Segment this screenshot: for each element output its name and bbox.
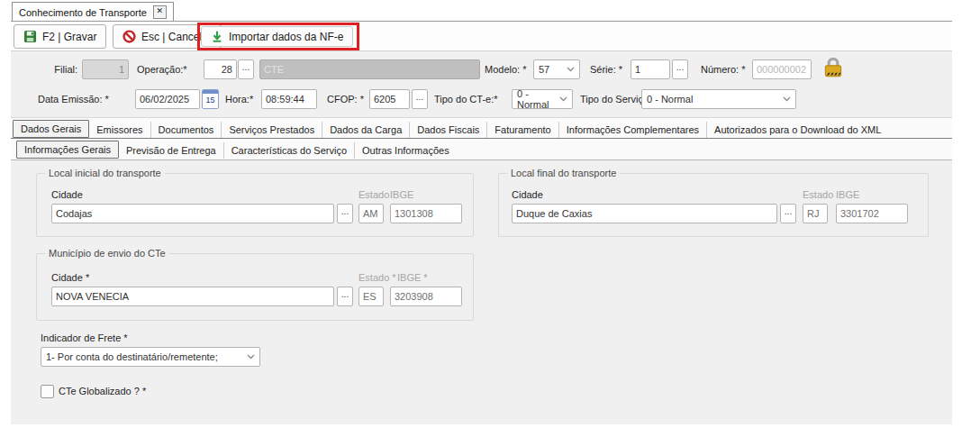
ibge-final-field[interactable]: 3301702 xyxy=(836,204,908,223)
serie-field[interactable]: 1 xyxy=(631,59,670,79)
cte-globalizado-label: CTe Globalizado ? * xyxy=(59,386,146,397)
app-window: Conhecimento de Transporte ✕ F2 | Gravar… xyxy=(0,0,980,437)
tab-faturamento[interactable]: Faturamento xyxy=(487,122,558,138)
tipo-cte-label: Tipo do CT-e:* xyxy=(434,89,498,109)
cidade-final-field[interactable]: Duque de Caxias xyxy=(512,204,777,223)
cfop-lookup-button[interactable]: ... xyxy=(412,89,428,109)
hora-label: Hora:* xyxy=(225,89,253,109)
subtab-informacoes-gerais[interactable]: Informações Gerais xyxy=(16,141,119,159)
download-arrow-icon xyxy=(211,30,223,43)
indicador-frete-label: Indicador de Frete * xyxy=(41,332,128,344)
cidade-final-label: Cidade xyxy=(512,189,543,201)
tab-dados-da-carga[interactable]: Dados da Carga xyxy=(322,122,410,138)
modelo-label: Modelo: * xyxy=(485,59,526,79)
cidade-envio-field[interactable]: NOVA VENECIA xyxy=(51,287,334,306)
sub-tabstrip: Informações Gerais Previsão de Entrega C… xyxy=(16,141,457,159)
cte-globalizado-row: CTe Globalizado ? * xyxy=(41,385,146,398)
cidade-envio-label: Cidade * xyxy=(51,272,89,284)
toolbar: F2 | Gravar Esc | Cancelar xyxy=(11,22,952,50)
cidade-final-lookup-button[interactable]: ... xyxy=(780,204,796,223)
tab-autorizados-download-xml[interactable]: Autorizados para o Download do XML xyxy=(707,122,888,138)
estado-inicial-label: Estado xyxy=(358,189,389,201)
indicador-frete-select[interactable]: 1- Por conta do destinatário/remetente; xyxy=(41,347,260,367)
cidade-inicial-label: Cidade xyxy=(51,189,83,201)
document-tab[interactable]: Conhecimento de Transporte ✕ xyxy=(12,2,174,22)
numero-label: Número: * xyxy=(701,59,746,79)
cte-globalizado-checkbox[interactable] xyxy=(41,385,54,398)
cfop-label: CFOP: * xyxy=(327,89,364,109)
modelo-select-value: 57 xyxy=(539,64,549,75)
calendar-icon-day: 15 xyxy=(205,96,214,105)
save-button-label: F2 | Gravar xyxy=(42,31,96,43)
data-emissao-label: Data Emissão: * xyxy=(38,89,109,109)
chevron-down-icon xyxy=(783,96,791,102)
save-button[interactable]: F2 | Gravar xyxy=(14,24,106,49)
cidade-inicial-lookup-button[interactable]: ... xyxy=(337,204,353,223)
no-entry-icon xyxy=(122,30,136,43)
tipo-servico-select[interactable]: 0 - Normal xyxy=(641,89,796,109)
calendar-icon[interactable]: 15 xyxy=(202,89,219,109)
close-icon[interactable]: ✕ xyxy=(153,5,167,19)
tab-servicos-prestados[interactable]: Serviços Prestados xyxy=(222,122,322,138)
chevron-down-icon xyxy=(247,354,255,360)
main-tabstrip: Dados Gerais Emissores Documentos Serviç… xyxy=(13,120,888,138)
numero-field[interactable]: 000000002 xyxy=(752,59,812,79)
serie-lookup-button[interactable]: ... xyxy=(672,59,688,79)
tab-informacoes-complementares[interactable]: Informações Complementares xyxy=(559,122,707,138)
tab-dados-gerais[interactable]: Dados Gerais xyxy=(13,120,89,138)
chevron-down-icon xyxy=(567,67,575,72)
tipo-cte-select-value: 0 - Normal xyxy=(517,88,559,110)
ibge-envio-field[interactable]: 3203908 xyxy=(390,287,462,306)
cidade-inicial-field[interactable]: Codajas xyxy=(51,204,334,223)
document-tab-label: Conhecimento de Transporte xyxy=(19,7,147,18)
floppy-icon xyxy=(23,30,37,43)
operacao-label: Operação:* xyxy=(137,59,187,79)
estado-final-field[interactable]: RJ xyxy=(803,204,828,223)
serie-label: Série: * xyxy=(590,59,622,79)
subtab-caracteristicas-do-servico[interactable]: Características do Serviço xyxy=(224,142,355,159)
estado-inicial-field[interactable]: AM xyxy=(358,204,384,223)
tipo-servico-select-value: 0 - Normal xyxy=(647,94,693,105)
operacao-description-field: CTE xyxy=(259,59,480,79)
group-local-inicial: Local inicial do transporte Cidade Estad… xyxy=(36,173,474,237)
subtab-outras-informacoes[interactable]: Outras Informações xyxy=(355,142,457,159)
tipo-cte-select[interactable]: 0 - Normal xyxy=(512,89,573,109)
estado-envio-field[interactable]: ES xyxy=(358,287,384,306)
operacao-lookup-button[interactable]: ... xyxy=(238,59,254,79)
ibge-inicial-label: IBGE xyxy=(390,189,413,201)
ibge-inicial-field[interactable]: 1301308 xyxy=(390,204,462,223)
group-local-final: Local final do transporte Cidade Estado … xyxy=(498,173,929,237)
ibge-envio-label: IBGE * xyxy=(397,272,428,284)
subtab-previsao-de-entrega[interactable]: Previsão de Entrega xyxy=(119,142,224,159)
tab-emissores[interactable]: Emissores xyxy=(89,122,150,138)
group-local-final-title: Local final do transporte xyxy=(507,167,620,179)
cfop-field[interactable]: 6205 xyxy=(369,89,410,109)
estado-envio-label: Estado * xyxy=(358,272,396,284)
main-tabstrip-line xyxy=(11,138,952,139)
group-municipio-envio: Município de envio do CTe Cidade * Estad… xyxy=(36,253,474,321)
estado-final-label: Estado xyxy=(803,189,833,201)
indicador-frete-select-value: 1- Por conta do destinatário/remetente; xyxy=(46,351,218,362)
hora-field[interactable]: 08:59:44 xyxy=(261,89,317,109)
group-local-inicial-title: Local inicial do transporte xyxy=(45,167,165,179)
operacao-field[interactable]: 28 xyxy=(204,59,237,79)
import-highlight-box: Importar dados da NF-e xyxy=(197,23,359,50)
chevron-down-icon xyxy=(559,96,567,102)
lock-icon[interactable] xyxy=(821,55,845,80)
modelo-select[interactable]: 57 xyxy=(533,59,580,79)
calendar-icon-bar xyxy=(203,90,218,94)
filial-field: 1 xyxy=(82,59,129,79)
import-nfe-button-label: Importar dados da NF-e xyxy=(229,31,343,43)
import-nfe-button[interactable]: Importar dados da NF-e xyxy=(201,26,353,47)
filial-label: Filial: xyxy=(36,59,77,79)
group-municipio-envio-title: Município de envio do CTe xyxy=(45,247,169,259)
data-emissao-field[interactable]: 06/02/2025 xyxy=(135,89,200,109)
ibge-final-label: IBGE xyxy=(836,189,859,201)
tab-dados-fiscais[interactable]: Dados Fiscais xyxy=(410,122,487,138)
tab-documentos[interactable]: Documentos xyxy=(151,122,222,138)
cidade-envio-lookup-button[interactable]: ... xyxy=(337,287,353,306)
